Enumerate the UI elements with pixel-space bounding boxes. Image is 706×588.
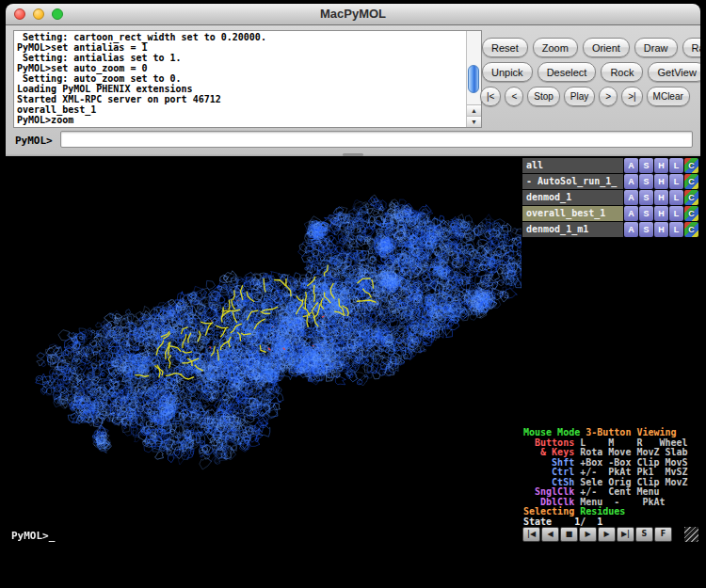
rock-button[interactable]: Rock <box>601 62 643 82</box>
unpick-button[interactable]: Unpick <box>482 62 533 82</box>
zoom-window-button[interactable] <box>52 8 63 20</box>
viewport-canvas[interactable] <box>6 156 521 576</box>
console-scrollbar[interactable]: ▲ ▼ <box>466 31 481 127</box>
play-button[interactable]: Play <box>564 87 595 106</box>
movie-controls: |◀◀■▶▶▶|SF <box>522 527 682 542</box>
traffic-lights <box>14 8 63 20</box>
draw-button[interactable]: Draw <box>634 38 678 57</box>
object-c-button[interactable]: C <box>684 222 698 237</box>
mouse-help-line: State 1/ 1 <box>523 517 700 528</box>
object-row-denmod-1-m1: denmod_1_m1ASHLC <box>522 222 698 237</box>
toolbar-row-1: ResetZoomOrientDrawRay <box>482 38 700 57</box>
macpymol-window: MacPyMOL Setting: cartoon_rect_width set… <box>6 4 700 576</box>
mouse-help-panel: Mouse Mode 3-Button Viewing Buttons L M … <box>523 428 700 527</box>
scroll-up-button[interactable]: ▲ <box>467 104 481 116</box>
mclear-button[interactable]: MClear <box>647 87 690 106</box>
movie-s-button[interactable]: S <box>635 527 653 542</box>
object-label[interactable]: denmod_1 <box>522 190 623 205</box>
object-l-button[interactable]: L <box>669 158 683 173</box>
viewport-pane: allASHLC- AutoSol_run_1_ASHLCdenmod_1ASH… <box>6 156 700 576</box>
movie-f-button[interactable]: F <box>654 527 672 542</box>
object-c-button[interactable]: C <box>684 158 698 173</box>
object-l-button[interactable]: L <box>669 206 683 221</box>
object-h-button[interactable]: H <box>654 158 668 173</box>
object-a-button[interactable]: A <box>624 206 638 221</box>
console-box[interactable]: Setting: cartoon_rect_width set to 0.200… <box>13 30 482 128</box>
zoom-button-toolbar[interactable]: Zoom <box>533 38 578 57</box>
movie-stop-button[interactable]: ■ <box>560 527 578 542</box>
scrollbar-thumb[interactable] <box>468 65 479 93</box>
toolbar-row-2: UnpickDeselectRockGetView <box>482 62 700 82</box>
object-l-button[interactable]: L <box>669 222 683 237</box>
toolbar-row-3: |<<StopPlay>>|MClear <box>480 87 690 106</box>
console-output: Setting: cartoon_rect_width set to 0.200… <box>14 31 481 126</box>
title-bar[interactable]: MacPyMOL <box>6 4 700 25</box>
object-a-button[interactable]: A <box>624 174 638 189</box>
object-label[interactable]: overall_best_1 <box>522 206 623 221</box>
movie-end-button[interactable]: ▶| <box>617 527 634 542</box>
object-h-button[interactable]: H <box>654 190 668 205</box>
close-button[interactable] <box>14 8 25 20</box>
movie-step-back-button[interactable]: ◀ <box>541 527 559 542</box>
object-s-button[interactable]: S <box>639 222 653 237</box>
object-l-button[interactable]: L <box>669 174 683 189</box>
object-a-button[interactable]: A <box>624 158 638 173</box>
deselect-button[interactable]: Deselect <box>538 62 597 82</box>
window-title: MacPyMOL <box>6 4 700 24</box>
upper-pane: Setting: cartoon_rect_width set to 0.200… <box>6 25 700 153</box>
object-c-button[interactable]: C <box>684 206 698 221</box>
movie-play-button[interactable]: ▶ <box>579 527 597 542</box>
object-label[interactable]: all <box>522 158 623 173</box>
command-input[interactable] <box>60 131 693 148</box>
scroll-down-button[interactable]: ▼ <box>467 116 481 127</box>
resize-grip[interactable] <box>684 527 698 542</box>
scrollbar-arrows: ▲ ▼ <box>467 104 481 127</box>
movie-next-button[interactable]: > <box>599 87 618 106</box>
object-s-button[interactable]: S <box>639 190 653 205</box>
object-h-button[interactable]: H <box>654 222 668 237</box>
object-panel: allASHLC- AutoSol_run_1_ASHLCdenmod_1ASH… <box>522 158 698 238</box>
object-s-button[interactable]: S <box>639 174 653 189</box>
stop-button[interactable]: Stop <box>527 87 560 106</box>
reset-button[interactable]: Reset <box>482 38 528 57</box>
movie-prev-button[interactable]: < <box>505 87 523 106</box>
object-label[interactable]: - AutoSol_run_1_ <box>522 174 623 189</box>
object-a-button[interactable]: A <box>624 190 638 205</box>
ray-button[interactable]: Ray <box>682 38 700 57</box>
minimize-button[interactable] <box>33 8 44 20</box>
object-h-button[interactable]: H <box>654 206 668 221</box>
orient-button[interactable]: Orient <box>583 38 630 57</box>
movie-last-button[interactable]: >| <box>621 87 642 106</box>
prompt-label: PyMOL> <box>15 132 53 151</box>
object-s-button[interactable]: S <box>639 206 653 221</box>
object-row-denmod-1: denmod_1ASHLC <box>522 190 698 205</box>
object-c-button[interactable]: C <box>684 190 698 205</box>
movie-step-forward-button[interactable]: ▶ <box>598 527 616 542</box>
object-l-button[interactable]: L <box>669 190 683 205</box>
object-row-autosol-run-1: - AutoSol_run_1_ASHLC <box>522 174 698 189</box>
object-a-button[interactable]: A <box>624 222 638 237</box>
viewport-prompt: PyMOL>_ <box>11 530 55 542</box>
movie-rewind-button[interactable]: |◀ <box>522 527 540 542</box>
getview-button[interactable]: GetView <box>648 62 700 82</box>
object-label[interactable]: denmod_1_m1 <box>522 222 623 237</box>
object-row-overall-best-1: overall_best_1ASHLC <box>522 206 698 221</box>
movie-first-button[interactable]: |< <box>480 87 501 106</box>
object-h-button[interactable]: H <box>654 174 668 189</box>
object-row-all: allASHLC <box>522 158 698 173</box>
object-c-button[interactable]: C <box>684 174 698 189</box>
object-s-button[interactable]: S <box>639 158 653 173</box>
